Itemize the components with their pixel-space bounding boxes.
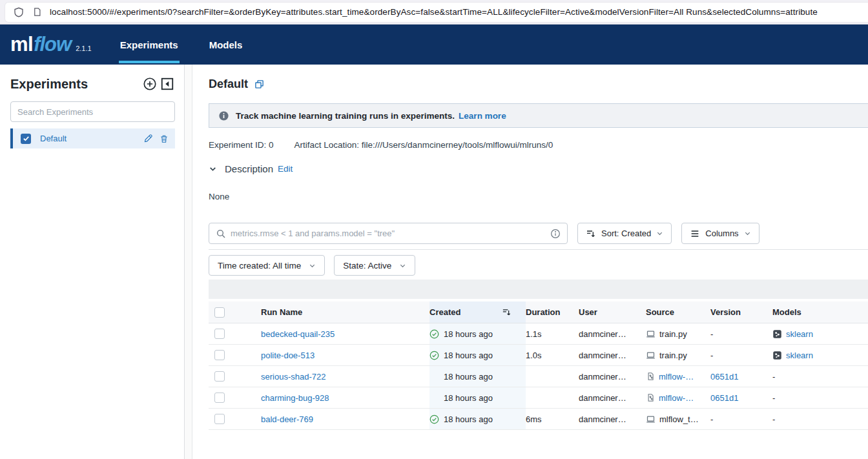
info-banner: Track machine learning training runs in … bbox=[209, 103, 868, 128]
page-title: Default bbox=[209, 77, 248, 91]
table-row: charming-bug-928 18 hours ago danmciner…… bbox=[209, 387, 868, 409]
created-time[interactable]: 18 hours ago bbox=[444, 393, 493, 403]
plus-circle-icon bbox=[143, 77, 157, 91]
mlflow-logo[interactable]: mlflow 2.1.1 bbox=[10, 33, 92, 56]
search-experiments-input[interactable] bbox=[10, 101, 175, 122]
runs-table: Run Name Created Duration User Source Ve… bbox=[209, 280, 868, 430]
version-label: 2.1.1 bbox=[76, 45, 91, 52]
shield-icon[interactable] bbox=[13, 6, 25, 18]
created-time[interactable]: 18 hours ago bbox=[444, 372, 493, 382]
chevron-down-icon bbox=[209, 165, 217, 173]
artifact-location: Artifact Location: file:///Users/danmcin… bbox=[294, 140, 553, 150]
table-toolbar bbox=[209, 280, 868, 299]
row-checkbox[interactable] bbox=[214, 371, 225, 382]
column-header-source[interactable]: Source bbox=[646, 301, 710, 323]
column-header-created[interactable]: Created bbox=[429, 301, 526, 323]
description-value: None bbox=[209, 192, 868, 201]
run-source-link[interactable]: mlflow-… bbox=[659, 372, 694, 382]
create-experiment-button[interactable] bbox=[142, 76, 158, 92]
row-checkbox[interactable] bbox=[214, 414, 225, 424]
run-search-input[interactable] bbox=[231, 229, 550, 238]
table-row: bedecked-quail-235 18 hours ago 1.1s dan… bbox=[209, 323, 868, 345]
column-header-duration[interactable]: Duration bbox=[526, 301, 579, 323]
created-time[interactable]: 18 hours ago bbox=[444, 414, 493, 424]
search-info-icon[interactable] bbox=[550, 229, 561, 239]
description-edit-link[interactable]: Edit bbox=[278, 164, 293, 174]
sklearn-model-icon bbox=[772, 329, 782, 339]
run-version-link[interactable]: 0651d1 bbox=[710, 393, 738, 403]
tab-experiments[interactable]: Experiments bbox=[119, 25, 180, 65]
browser-url-bar[interactable]: localhost:5000/#/experiments/0?searchFil… bbox=[5, 3, 868, 22]
column-header-models[interactable]: Models bbox=[772, 301, 868, 323]
collapse-left-icon bbox=[160, 77, 174, 91]
run-version: - bbox=[710, 414, 713, 424]
laptop-icon bbox=[646, 414, 656, 424]
tab-models[interactable]: Models bbox=[208, 25, 244, 65]
run-user: danmciner… bbox=[579, 409, 646, 429]
columns-dropdown[interactable]: Columns bbox=[681, 223, 759, 244]
row-checkbox[interactable] bbox=[214, 393, 225, 403]
sort-label: Sort: Created bbox=[601, 229, 651, 238]
run-source-link[interactable]: mlflow-… bbox=[659, 393, 694, 403]
run-name-link[interactable]: polite-doe-513 bbox=[261, 351, 315, 360]
run-finished-status-icon bbox=[429, 414, 439, 424]
edit-pencil-icon[interactable] bbox=[143, 134, 153, 143]
experiment-name[interactable]: Default bbox=[40, 134, 143, 143]
row-checkbox[interactable] bbox=[214, 350, 225, 360]
sort-desc-icon[interactable] bbox=[502, 307, 512, 317]
url-text[interactable]: localhost:5000/#/experiments/0?searchFil… bbox=[50, 7, 818, 17]
delete-trash-icon[interactable] bbox=[160, 134, 169, 143]
experiments-sidebar: Experiments Default bbox=[0, 65, 184, 459]
main-nav: Experiments Models bbox=[119, 25, 273, 65]
time-filter-label: Time created: All time bbox=[218, 261, 301, 270]
sidebar-title: Experiments bbox=[10, 77, 88, 92]
run-name-link[interactable]: bedecked-quail-235 bbox=[261, 329, 335, 339]
experiment-meta: Experiment ID: 0 Artifact Location: file… bbox=[209, 140, 868, 150]
column-header-version[interactable]: Version bbox=[710, 301, 772, 323]
sidebar-splitter[interactable] bbox=[184, 65, 192, 459]
run-search-box[interactable] bbox=[209, 223, 568, 244]
learn-more-link[interactable]: Learn more bbox=[459, 111, 506, 121]
run-name-link[interactable]: serious-shad-722 bbox=[261, 372, 326, 382]
copy-icon bbox=[254, 79, 264, 89]
run-source: mlflow_t… bbox=[659, 414, 699, 424]
laptop-icon bbox=[646, 329, 656, 339]
columns-list-icon bbox=[690, 229, 700, 239]
description-section-header[interactable]: Description Edit bbox=[209, 163, 868, 174]
description-label: Description bbox=[225, 163, 273, 174]
column-header-user[interactable]: User bbox=[579, 301, 646, 323]
run-model-link[interactable]: sklearn bbox=[786, 329, 813, 339]
run-name-link[interactable]: bald-deer-769 bbox=[261, 414, 313, 424]
chevron-down-icon bbox=[744, 230, 751, 237]
laptop-icon bbox=[646, 351, 656, 360]
run-user: danmciner… bbox=[579, 345, 646, 365]
collapse-sidebar-button[interactable] bbox=[160, 76, 175, 92]
time-created-filter[interactable]: Time created: All time bbox=[209, 255, 325, 276]
chevron-down-icon bbox=[656, 230, 663, 237]
state-filter[interactable]: State: Active bbox=[334, 255, 415, 276]
run-version: - bbox=[710, 329, 713, 339]
run-model-link[interactable]: sklearn bbox=[786, 351, 813, 360]
run-finished-status-icon bbox=[429, 351, 439, 360]
experiment-checkbox-checked[interactable] bbox=[21, 134, 31, 144]
table-row: polite-doe-513 18 hours ago 1.0s danmcin… bbox=[209, 345, 868, 366]
copy-experiment-name-button[interactable] bbox=[254, 79, 264, 89]
sidebar-item-default[interactable]: Default bbox=[10, 128, 175, 148]
run-duration: 6ms bbox=[526, 409, 579, 429]
controls-divider bbox=[209, 249, 868, 250]
page-info-icon[interactable] bbox=[32, 7, 42, 17]
created-time[interactable]: 18 hours ago bbox=[444, 329, 493, 339]
select-all-checkbox[interactable] bbox=[214, 307, 225, 318]
browser-toolbar: localhost:5000/#/experiments/0?searchFil… bbox=[0, 0, 868, 25]
run-version-link[interactable]: 0651d1 bbox=[710, 372, 738, 382]
run-source: train.py bbox=[659, 329, 687, 339]
run-model: - bbox=[772, 372, 775, 382]
run-name-link[interactable]: charming-bug-928 bbox=[261, 393, 329, 403]
state-filter-label: State: Active bbox=[343, 261, 391, 270]
column-header-run-name[interactable]: Run Name bbox=[261, 301, 429, 323]
created-time[interactable]: 18 hours ago bbox=[444, 351, 493, 360]
sort-dropdown[interactable]: Sort: Created bbox=[577, 223, 672, 244]
experiment-view: Default Track machine learning training … bbox=[192, 65, 868, 459]
check-icon bbox=[23, 135, 30, 142]
row-checkbox[interactable] bbox=[214, 329, 225, 339]
